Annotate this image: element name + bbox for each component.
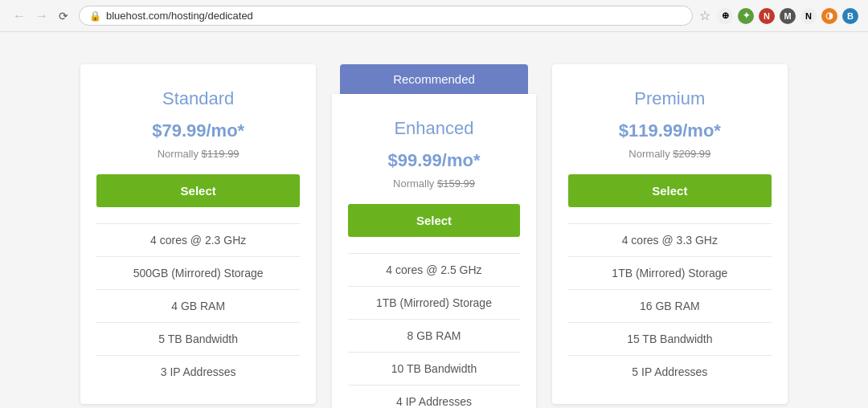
lock-icon: 🔒 <box>89 10 101 22</box>
recommended-label: Recommended <box>393 72 475 86</box>
plan-card-enhanced: Enhanced $99.99/mo* Normally $159.99 Sel… <box>332 94 535 408</box>
list-item: 4 GB RAM <box>96 289 300 322</box>
plan-card-premium: Premium $119.99/mo* Normally $209.99 Sel… <box>552 64 788 404</box>
feature-list-enhanced: 4 cores @ 2.5 GHz 1TB (Mirrored) Storage… <box>348 253 519 408</box>
plan-normal-price-standard: Normally $119.99 <box>96 148 300 160</box>
ext-icon-1: ⊕ <box>717 8 733 24</box>
forward-button[interactable]: → <box>32 7 51 25</box>
plan-name-standard: Standard <box>96 88 300 109</box>
list-item: 1TB (Mirrored) Storage <box>568 256 772 289</box>
featured-wrapper: Recommended Enhanced $99.99/mo* Normally… <box>332 64 535 408</box>
ext-icon-7: B <box>842 8 858 24</box>
list-item: 10 TB Bandwidth <box>348 352 519 385</box>
plan-price-enhanced: $99.99/mo* <box>348 150 519 171</box>
back-button[interactable]: ← <box>10 7 29 25</box>
browser-extension-icons: ⊕ ✦ N M N ◑ B <box>717 8 858 24</box>
list-item: 1TB (Mirrored) Storage <box>348 286 519 319</box>
page-content: Standard $79.99/mo* Normally $119.99 Sel… <box>0 32 868 408</box>
plans-container: Standard $79.99/mo* Normally $119.99 Sel… <box>72 64 796 408</box>
plan-price-standard: $79.99/mo* <box>96 120 300 141</box>
select-button-standard[interactable]: Select <box>96 174 300 207</box>
list-item: 15 TB Bandwidth <box>568 322 772 355</box>
ext-icon-5: N <box>800 8 817 24</box>
bookmark-icon[interactable]: ☆ <box>699 8 710 23</box>
plan-card-standard: Standard $79.99/mo* Normally $119.99 Sel… <box>80 64 316 404</box>
address-bar[interactable]: 🔒 bluehost.com/hosting/dedicated <box>79 6 693 26</box>
plan-normal-price-premium: Normally $209.99 <box>568 148 772 160</box>
browser-chrome: ← → ⟳ 🔒 bluehost.com/hosting/dedicated ☆… <box>0 0 868 32</box>
select-button-enhanced[interactable]: Select <box>348 204 519 237</box>
plan-price-premium: $119.99/mo* <box>568 120 772 141</box>
reload-button[interactable]: ⟳ <box>55 7 72 25</box>
plan-normal-price-enhanced: Normally $159.99 <box>348 177 519 190</box>
plan-name-enhanced: Enhanced <box>348 118 519 139</box>
list-item: 8 GB RAM <box>348 319 519 352</box>
ext-icon-3: N <box>759 8 775 24</box>
ext-icon-6: ◑ <box>821 8 837 24</box>
list-item: 3 IP Addresses <box>96 355 300 388</box>
plan-name-premium: Premium <box>568 88 772 109</box>
list-item: 5 TB Bandwidth <box>96 322 300 355</box>
feature-list-standard: 4 cores @ 2.3 GHz 500GB (Mirrored) Stora… <box>96 223 300 388</box>
list-item: 4 cores @ 3.3 GHz <box>568 223 772 256</box>
ext-icon-4: M <box>780 8 796 24</box>
list-item: 500GB (Mirrored) Storage <box>96 256 300 289</box>
ext-icon-2: ✦ <box>738 8 754 24</box>
list-item: 4 cores @ 2.5 GHz <box>348 253 519 286</box>
select-button-premium[interactable]: Select <box>568 174 772 207</box>
recommended-banner: Recommended <box>340 64 527 94</box>
url-text: bluehost.com/hosting/dedicated <box>106 10 253 22</box>
feature-list-premium: 4 cores @ 3.3 GHz 1TB (Mirrored) Storage… <box>568 223 772 388</box>
list-item: 4 IP Addresses <box>348 385 519 408</box>
list-item: 16 GB RAM <box>568 289 772 322</box>
list-item: 4 cores @ 2.3 GHz <box>96 223 300 256</box>
nav-buttons: ← → ⟳ <box>10 7 72 25</box>
list-item: 5 IP Addresses <box>568 355 772 388</box>
